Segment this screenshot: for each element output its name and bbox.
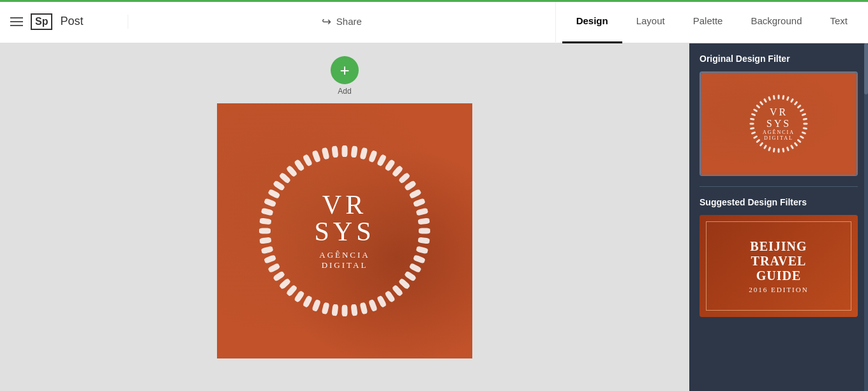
text-vr: VR — [314, 191, 375, 218]
svg-rect-26 — [259, 228, 271, 234]
svg-rect-45 — [392, 165, 404, 177]
beijing-text: BEIJING TRAVEL GUIDE 2016 EDITION — [749, 239, 808, 293]
svg-rect-33 — [286, 165, 298, 177]
svg-rect-62 — [773, 148, 775, 152]
tab-palette[interactable]: Palette — [679, 0, 737, 43]
svg-rect-59 — [786, 147, 789, 152]
svg-rect-32 — [279, 172, 291, 184]
svg-rect-5 — [404, 270, 417, 282]
svg-rect-4 — [409, 263, 422, 273]
text-agencia: AGÊNCIA — [314, 250, 375, 260]
add-button[interactable]: + — [331, 56, 359, 84]
beijing-line1: BEIJING — [749, 239, 808, 254]
thumb-t2: SYS — [763, 118, 795, 129]
svg-rect-87 — [803, 118, 807, 121]
svg-rect-55 — [800, 135, 805, 139]
svg-rect-34 — [294, 159, 305, 172]
app-name: Post — [60, 15, 83, 28]
svg-rect-83 — [794, 101, 798, 105]
svg-rect-7 — [392, 284, 404, 297]
svg-rect-25 — [259, 237, 271, 244]
scrollbar-thumb[interactable] — [864, 43, 868, 94]
text-digital: DIGITAL — [314, 260, 375, 270]
svg-rect-77 — [768, 96, 771, 101]
original-filter-thumbnail[interactable]: VR SYS AGÊNCIA DIGITAL — [700, 71, 858, 176]
right-panel: Original Design Filter VR SYS AGÊNCIA DI… — [689, 43, 868, 391]
original-filter-section: Original Design Filter VR SYS AGÊNCIA DI… — [700, 54, 858, 176]
svg-rect-16 — [311, 299, 321, 312]
svg-rect-44 — [384, 159, 396, 172]
hamburger-menu[interactable] — [10, 17, 23, 26]
svg-rect-22 — [267, 263, 280, 273]
suggested-filter-thumbnail[interactable]: BEIJING TRAVEL GUIDE 2016 EDITION — [700, 215, 858, 317]
svg-rect-81 — [786, 96, 789, 101]
svg-rect-76 — [763, 98, 767, 103]
main-content: + Add VR SYS AGÊNCIA DIGITAL — [0, 43, 868, 391]
suggested-filter-section: Suggested Design Filters BEIJING TRAVEL … — [700, 197, 858, 317]
svg-rect-2 — [416, 246, 429, 254]
svg-rect-40 — [351, 145, 358, 158]
svg-rect-21 — [273, 270, 285, 282]
svg-rect-37 — [322, 147, 330, 160]
divider — [700, 186, 858, 187]
share-label: Share — [336, 16, 362, 27]
tab-layout[interactable]: Layout — [622, 0, 679, 43]
svg-rect-52 — [804, 123, 808, 125]
svg-rect-27 — [259, 218, 271, 225]
svg-rect-3 — [413, 255, 426, 264]
svg-rect-51 — [418, 218, 430, 225]
canvas-content: VR SYS AGÊNCIA DIGITAL — [255, 142, 434, 320]
tab-design[interactable]: Design — [562, 0, 622, 43]
svg-rect-75 — [760, 101, 764, 105]
logo-box: Sp — [31, 13, 52, 30]
tab-background[interactable]: Background — [737, 0, 816, 43]
beijing-line4: 2016 EDITION — [749, 286, 808, 293]
svg-rect-50 — [416, 208, 429, 216]
share-button[interactable]: ↪ Share — [322, 15, 362, 29]
svg-rect-6 — [398, 278, 410, 290]
topbar-center: ↪ Share — [128, 15, 555, 29]
beijing-line3: GUIDE — [749, 269, 808, 283]
svg-rect-23 — [264, 255, 276, 264]
svg-rect-14 — [331, 304, 338, 316]
svg-rect-48 — [409, 189, 422, 199]
svg-rect-42 — [368, 150, 378, 163]
design-canvas: VR SYS AGÊNCIA DIGITAL — [217, 103, 472, 358]
svg-rect-11 — [359, 302, 368, 315]
tab-text[interactable]: Text — [816, 0, 862, 43]
svg-rect-73 — [753, 108, 758, 112]
svg-rect-64 — [763, 145, 767, 150]
suggested-filter-title: Suggested Design Filters — [700, 197, 858, 207]
svg-rect-39 — [342, 145, 348, 157]
rope-circle: VR SYS AGÊNCIA DIGITAL — [255, 142, 434, 320]
share-arrow-icon: ↪ — [322, 15, 331, 29]
svg-rect-80 — [782, 95, 784, 100]
svg-rect-47 — [404, 180, 417, 191]
svg-rect-43 — [377, 154, 387, 166]
svg-rect-60 — [782, 148, 784, 152]
svg-rect-17 — [303, 295, 313, 308]
svg-rect-58 — [790, 145, 794, 150]
svg-rect-67 — [753, 135, 758, 139]
svg-rect-30 — [267, 189, 280, 199]
thumb-t4: DIGITAL — [763, 135, 795, 141]
topbar-right: Design Layout Palette Background Text — [555, 0, 868, 43]
svg-rect-13 — [342, 305, 348, 316]
svg-rect-79 — [778, 95, 780, 100]
svg-rect-29 — [264, 198, 276, 207]
svg-rect-56 — [797, 139, 802, 144]
thumb-t3: AGÊNCIA — [763, 129, 795, 135]
svg-rect-63 — [768, 147, 771, 152]
svg-rect-38 — [331, 145, 338, 158]
svg-rect-85 — [800, 108, 805, 112]
svg-rect-57 — [794, 142, 798, 147]
svg-rect-0 — [419, 228, 430, 234]
scrollbar-track[interactable] — [864, 43, 868, 391]
canvas-text: VR SYS AGÊNCIA DIGITAL — [314, 191, 375, 270]
svg-rect-54 — [802, 131, 807, 135]
svg-rect-1 — [418, 237, 430, 244]
svg-rect-31 — [273, 180, 285, 191]
svg-rect-84 — [797, 105, 802, 109]
svg-rect-72 — [751, 113, 756, 116]
text-sys: SYS — [314, 218, 375, 245]
